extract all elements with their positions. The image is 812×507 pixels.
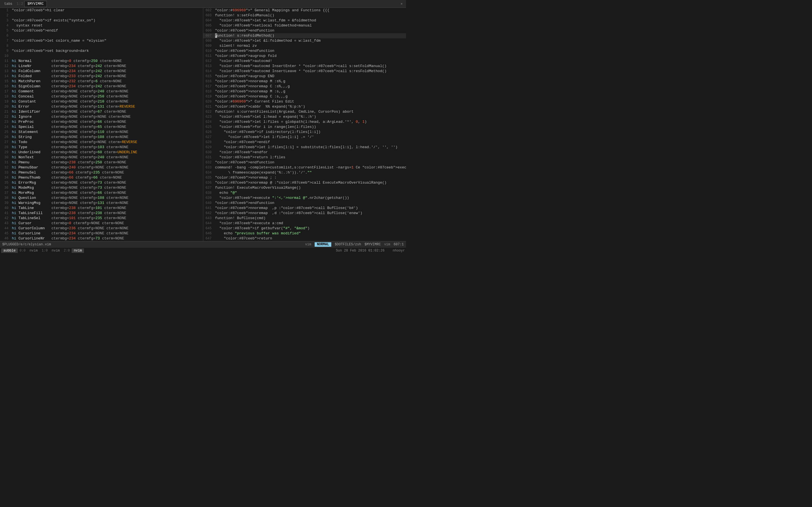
table-row: 6: [0, 33, 203, 38]
table-row: 639 "color:#87ceeb">execute ":'<,'>norma…: [203, 195, 406, 201]
table-row: 36hi ModeMsg ctermbg=NONE ctermfg=73 cte…: [0, 185, 203, 190]
table-row: 620"color:#696969">" Current Files Edit: [203, 99, 406, 104]
vim-label-left: vim: [305, 242, 311, 246]
table-row: 622function! s:currentFilesList(ArgLead,…: [203, 109, 406, 114]
tab-tabs[interactable]: tabs: [1, 1, 15, 7]
btab-num-2: 2:0: [63, 249, 71, 252]
table-row: 8: [0, 43, 203, 48]
table-row: 631 "color:#87ceeb">return l:files: [203, 155, 406, 160]
btab-nvim-2[interactable]: nvim: [49, 248, 62, 253]
table-row: 641"color:#87ceeb">nnoremap ,p :"color:#…: [203, 206, 406, 211]
table-row: 633command! -bang -complete=customlist,s…: [203, 165, 406, 170]
table-row: 647 "color:#87ceeb">return: [203, 236, 406, 241]
file-path: $PLUGGED/e/c/elysian.vim: [2, 242, 51, 246]
table-row: 32hi PmenuSbar ctermbg=240 ctermfg=NONE …: [0, 165, 203, 170]
table-row: 628 "color:#87ceeb">endif: [203, 140, 406, 145]
table-row: 623 "color:#87ceeb">let l:head = expand(…: [203, 114, 406, 119]
table-row: 42hi TabLineSel ctermbg=101 ctermfg=235 …: [0, 216, 203, 221]
table-row: 629 "color:#87ceeb">let l:files[l:i] = s…: [203, 145, 406, 150]
btab-aubble[interactable]: aubble: [1, 248, 18, 253]
table-row: 19hi Constant ctermbg=NONE ctermfg=210 c…: [0, 99, 203, 104]
table-row: 30hi NonText ctermbg=NONE ctermfg=240 ct…: [0, 155, 203, 160]
tab-myvimrc[interactable]: $MYVIMRC: [24, 1, 47, 7]
table-row: 624 "color:#87ceeb">let l:files = globpa…: [203, 119, 406, 124]
table-row: 22hi Ignore ctermbg=NONE ctermfg=NONE ct…: [0, 114, 203, 119]
table-row: 23hi PreProc ctermbg=NONE ctermfg=66 cte…: [0, 119, 203, 124]
table-row: 45hi CursorLine ctermbg=234 ctermfg=NONE…: [0, 231, 203, 236]
myvimrc-path: $MYVIMRC: [364, 242, 381, 246]
table-row: 616"color:#87ceeb">nnoremap M :s%,g: [203, 79, 406, 84]
table-row: 27hi Todo ctermbg=NONE ctermfg=NONE cter…: [0, 140, 203, 145]
table-row: 604 "color:#87ceeb">let w:last_fdm = &fo…: [203, 18, 406, 23]
vim-mode: NORMAL: [315, 242, 331, 247]
table-row: 38hi Question ctermbg=NONE ctermfg=108 c…: [0, 195, 203, 201]
right-pane: 602"color:#696969">" General Mappings an…: [203, 8, 406, 241]
table-row: 10: [0, 54, 203, 59]
table-row: 614 "color:#87ceeb">autocmd InsertLeave …: [203, 69, 406, 74]
table-row: 615"color:#87ceeb">augroup END: [203, 74, 406, 79]
table-row: 26hi String ctermbg=NONE ctermfg=108 cte…: [0, 135, 203, 140]
table-row: 611"color:#87ceeb">augroup fold: [203, 54, 406, 59]
table-row: 606"color:#87ceeb">endfunction: [203, 28, 406, 33]
table-row: 5"color:#87ceeb">endif: [0, 28, 203, 33]
btab-num-0: 0:0: [18, 249, 27, 252]
btab-nvim-3[interactable]: nvim: [71, 248, 84, 253]
close-button[interactable]: ✕: [401, 2, 405, 6]
table-row: 1"color:#87ceeb">hi clear: [0, 8, 203, 13]
btab-num-1: 1:0: [41, 249, 49, 252]
vim-label-right: vim: [384, 242, 390, 246]
table-row: 7"color:#87ceeb">let colors_name = "elys…: [0, 38, 203, 43]
table-row: 643function! BufClose(cmd): [203, 216, 406, 221]
right-code: 602"color:#696969">" General Mappings an…: [203, 8, 406, 241]
table-row: 39hi WarningMsg ctermbg=NONE ctermfg=131…: [0, 201, 203, 206]
table-row: 640"color:#87ceeb">endfunction: [203, 201, 406, 206]
table-row: 44hi CursorColumn ctermbg=236 ctermfg=NO…: [0, 226, 203, 231]
dotfiles-path: $DOTFILES/zsh: [335, 242, 361, 246]
table-row: 635"color:#87ceeb">vnoremap ; :: [203, 175, 406, 180]
table-row: 34hi PmenuThumb ctermbg=66 ctermfg=66 ct…: [0, 175, 203, 180]
table-row: 12hi LineNr ctermbg=234 ctermfg=242 cter…: [0, 64, 203, 69]
table-row: 637function! ExecuteMacroOverVisualRange…: [203, 185, 406, 190]
table-row: 11hi Normal ctermbg=0 ctermfg=250 cterm=…: [0, 59, 203, 64]
table-row: 46hi CursorLineNr ctermbg=234 ctermfg=73…: [0, 236, 203, 241]
table-row: 35hi ErrorMsg ctermbg=NONE ctermfg=73 ct…: [0, 180, 203, 185]
table-row: 9"color:#87ceeb">set background=dark: [0, 48, 203, 54]
table-row: 20hi Error ctermbg=NONE ctermfg=131 cter…: [0, 104, 203, 109]
table-row: 41hi TabLineFill ctermbg=238 ctermfg=238…: [0, 211, 203, 216]
tab-sep-1: 1:2: [16, 2, 24, 6]
table-row: 602"color:#696969">" General Mappings an…: [203, 8, 406, 13]
left-code: 1"color:#87ceeb">hi clear23"color:#87cee…: [0, 8, 203, 241]
table-row: 609 silent! normal zv: [203, 43, 406, 48]
btab-nvim-1[interactable]: nvim: [28, 248, 40, 253]
table-row: 31hi Pmenu ctermbg=238 ctermfg=250 cterm…: [0, 160, 203, 165]
table-row: 613 "color:#87ceeb">autocmd InsertEnter …: [203, 64, 406, 69]
table-row: 630 "color:#87ceeb">endfor: [203, 150, 406, 155]
table-row: 646 echo "previous buffer was modified": [203, 231, 406, 236]
table-row: 619"color:#87ceeb">nnoremap C :s,,,g: [203, 94, 406, 99]
table-row: 25hi Statement ctermbg=NONE ctermfg=110 …: [0, 129, 203, 135]
bottom-datetime: Sun 28 Feb 2016 01:02:26 nhooyr: [336, 249, 405, 252]
table-row: 33hi PmenuSel ctermbg=66 ctermfg=235 cte…: [0, 170, 203, 175]
table-row: 634 \ fnameescappe(expand('%:.:h')).'/'.…: [203, 170, 406, 175]
editor-area: 1"color:#87ceeb">hi clear23"color:#87cee…: [0, 8, 406, 241]
status-bar: $PLUGGED/e/c/elysian.vim vim NORMAL $DOT…: [0, 241, 406, 247]
table-row: 16hi SignColumn ctermbg=234 ctermfg=242 …: [0, 84, 203, 89]
table-row: 2: [0, 13, 203, 18]
bottom-bar: aubble 0:0 nvim 1:0 nvim 2:0 nvim Sun 28…: [0, 247, 406, 253]
table-row: 608 "color:#87ceeb">let &l:foldmethod = …: [203, 38, 406, 43]
table-row: 43hi Cursor ctermbg=0 ctermfg=NONE cterm…: [0, 221, 203, 226]
table-row: 3"color:#87ceeb">if exists("syntax_on"): [0, 18, 203, 23]
table-row: 627 "color:#87ceeb">let l:files[l:i] .= …: [203, 135, 406, 140]
table-row: 15hi MatchParen ctermbg=232 ctermfg=6 ct…: [0, 79, 203, 84]
left-pane: 1"color:#87ceeb">hi clear23"color:#87cee…: [0, 8, 203, 241]
table-row: 607function! s:resFoldMethod(): [203, 33, 406, 38]
table-row: 610"color:#87ceeb">endfunction: [203, 48, 406, 54]
tab-bar: tabs 1:2 $MYVIMRC ✕: [0, 0, 406, 8]
table-row: 29hi Underlined ctermbg=NONE ctermfg=60 …: [0, 150, 203, 155]
table-row: 645 "color:#87ceeb">if getbufvar("#", "&…: [203, 226, 406, 231]
table-row: 618"color:#87ceeb">vnoremap M :s,,g: [203, 89, 406, 94]
table-row: 621"color:#87ceeb">cabbr %% expand('%:p:…: [203, 104, 406, 109]
table-row: 617"color:#87ceeb">nnoremap C :s%,,,g: [203, 84, 406, 89]
table-row: 28hi Type ctermbg=NONE ctermfg=103 cterm…: [0, 145, 203, 150]
table-row: 17hi Comment ctermbg=NONE ctermfg=240 ct…: [0, 89, 203, 94]
